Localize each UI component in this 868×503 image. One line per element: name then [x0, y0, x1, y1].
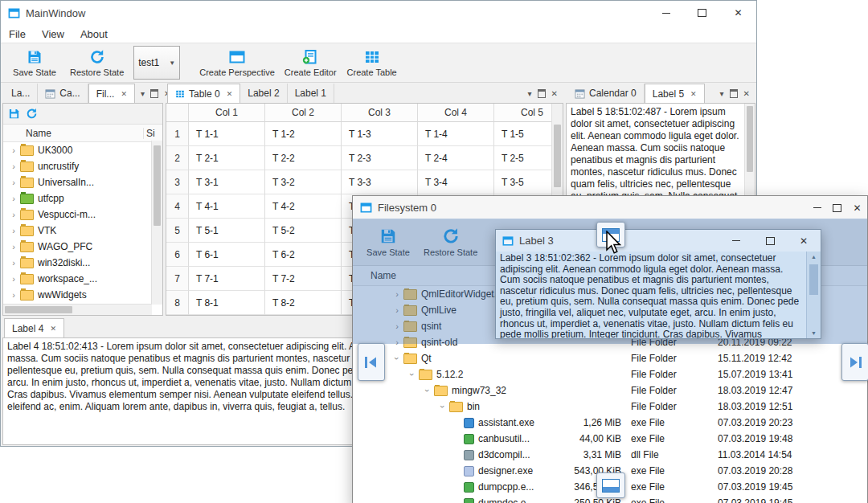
tree-item[interactable]: ›workspace_...	[3, 271, 162, 287]
table-cell[interactable]: T 3-4	[418, 170, 494, 194]
tab-menu-icon[interactable]: ▾	[528, 89, 532, 98]
chevron-collapsed-icon[interactable]: ›	[8, 178, 19, 187]
menu-file[interactable]: File	[1, 25, 34, 43]
maximize-button[interactable]	[827, 196, 847, 219]
main-titlebar[interactable]: MainWindow ✕	[1, 1, 756, 25]
table-cell[interactable]: T 3-1	[189, 170, 265, 194]
row-number[interactable]: 8	[166, 291, 189, 315]
tree-item[interactable]: ›win32diski...	[3, 255, 162, 271]
table-cell[interactable]: T 5-1	[189, 219, 265, 243]
save-icon[interactable]	[8, 108, 20, 120]
table-cell[interactable]: T 8-1	[189, 291, 265, 315]
tab-filesystem-1[interactable]: Fil... ✕	[88, 84, 135, 104]
chevron-collapsed-icon[interactable]: ›	[8, 145, 19, 155]
table-cell[interactable]: T 1-4	[418, 122, 494, 146]
fs-tree-row[interactable]: ›QtFile Folder15.11.2019 12:42	[353, 350, 867, 366]
dock-indicator-left[interactable]	[358, 343, 385, 381]
chevron-collapsed-icon[interactable]: ›	[8, 194, 19, 203]
chevron-collapsed-icon[interactable]: ›	[8, 290, 19, 300]
chevron-collapsed-icon[interactable]: ›	[8, 274, 19, 284]
tree-item[interactable]: ›WAGO_PFC	[3, 239, 162, 255]
perspective-combo[interactable]: test1 ▼	[133, 46, 180, 80]
fs-tree-row[interactable]: d3dcompil...3,31 MiBdll File11.03.2014 1…	[353, 447, 867, 463]
fs-tree-row[interactable]: ›5.12.2File Folder15.07.2019 13:41	[353, 366, 867, 382]
table-cell[interactable]: T 3-2	[265, 170, 342, 194]
maximize-button[interactable]	[684, 1, 720, 25]
chevron-expanded-icon[interactable]: ›	[392, 353, 402, 364]
scroll-down-icon[interactable]: ▼	[807, 330, 821, 336]
tree-item[interactable]: ›uncrustify	[3, 158, 162, 174]
close-button[interactable]: ✕	[847, 196, 867, 219]
tab-calendar-1[interactable]: Ca...	[38, 84, 88, 103]
tab-label-4[interactable]: Label 4 ✕	[4, 318, 64, 338]
close-icon[interactable]: ✕	[690, 90, 697, 98]
filesystem-titlebar[interactable]: Filesystem 0 ✕	[353, 196, 867, 219]
table-cell[interactable]: T 3-5	[494, 170, 552, 194]
minimize-button[interactable]	[719, 230, 753, 251]
chevron-collapsed-icon[interactable]: ›	[8, 242, 19, 251]
close-icon[interactable]: ✕	[121, 90, 127, 98]
detach-icon[interactable]	[538, 89, 546, 98]
tab-label-2[interactable]: Label 2	[240, 84, 287, 103]
row-number[interactable]: 7	[166, 267, 189, 291]
table-cell[interactable]: T 5-2	[265, 219, 342, 243]
tree-item[interactable]: ›wwWidgets	[3, 287, 162, 303]
label3-titlebar[interactable]: Label 3 ✕	[496, 230, 821, 251]
menu-view[interactable]: View	[34, 25, 72, 43]
close-icon[interactable]: ✕	[50, 325, 56, 333]
minimize-button[interactable]	[648, 1, 684, 25]
table-cell[interactable]: T 2-1	[189, 146, 265, 170]
table-cell[interactable]: T 7-1	[189, 267, 265, 291]
table-cell[interactable]: T 6-2	[265, 243, 342, 267]
column-header[interactable]: Col 1	[189, 104, 265, 122]
minimize-button[interactable]	[807, 196, 827, 219]
chevron-expanded-icon[interactable]: ›	[423, 385, 432, 396]
tab-table-0[interactable]: Table 0 ✕	[167, 84, 240, 104]
row-number[interactable]: 4	[166, 194, 189, 219]
tab-menu-icon[interactable]: ▾	[141, 89, 145, 98]
column-header[interactable]: Col 5	[494, 104, 552, 122]
table-cell[interactable]: T 7-2	[265, 267, 342, 291]
row-number[interactable]: 3	[166, 170, 189, 194]
row-number[interactable]: 2	[166, 146, 189, 170]
vertical-scrollbar[interactable]	[151, 141, 162, 305]
table-cell[interactable]: T 1-3	[342, 122, 418, 146]
tab-menu-icon[interactable]: ▾	[720, 89, 724, 98]
close-icon[interactable]: ✕	[743, 89, 750, 98]
fs-tree-row[interactable]: ›binFile Folder18.03.2019 12:51	[353, 399, 867, 415]
table-cell[interactable]: T 1-5	[494, 122, 552, 146]
column-header[interactable]: Col 3	[342, 104, 418, 122]
tab-calendar-0[interactable]: Calendar 0	[567, 84, 645, 103]
dock-indicator-bottom[interactable]	[596, 472, 625, 498]
table-cell[interactable]: T 2-4	[418, 146, 494, 170]
table-cell[interactable]: T 8-2	[265, 291, 342, 315]
chevron-expanded-icon[interactable]: ›	[438, 401, 448, 412]
close-icon[interactable]: ✕	[227, 90, 233, 98]
row-number[interactable]: 5	[166, 219, 189, 243]
save-state-button[interactable]: Save State	[4, 44, 65, 81]
chevron-collapsed-icon[interactable]: ›	[8, 226, 19, 235]
tree-item[interactable]: ›UniversalIn...	[3, 174, 162, 190]
restore-icon[interactable]	[26, 108, 38, 120]
detach-icon[interactable]	[150, 89, 158, 98]
create-perspective-button[interactable]: Create Perspective	[194, 44, 280, 81]
close-button[interactable]: ✕	[720, 1, 756, 25]
column-header[interactable]: Col 4	[418, 104, 494, 122]
row-number[interactable]: 1	[166, 122, 189, 146]
table-cell[interactable]: T 2-2	[265, 146, 342, 170]
horizontal-scrollbar[interactable]	[3, 304, 152, 315]
fs-tree-row[interactable]: ›mingw73_32File Folder18.03.2019 12:47	[353, 382, 867, 399]
table-cell[interactable]: T 1-2	[265, 122, 342, 146]
table-cell[interactable]: T 1-1	[189, 122, 265, 146]
scrollbar-thumb[interactable]	[809, 264, 818, 295]
fs-tree-row[interactable]: assistant.exe1,26 MiBexe File07.03.2019 …	[353, 415, 867, 431]
close-icon[interactable]: ✕	[551, 89, 558, 98]
dock-indicator-right[interactable]	[841, 343, 868, 381]
chevron-collapsed-icon[interactable]: ›	[8, 258, 19, 268]
scrollbar-thumb[interactable]	[747, 106, 753, 172]
tree-item[interactable]: ›utfcpp	[3, 190, 162, 207]
maximize-button[interactable]	[753, 230, 787, 251]
restore-state-button[interactable]: Restore State	[65, 44, 129, 81]
column-header[interactable]: Col 2	[265, 104, 342, 122]
scrollbar-thumb[interactable]	[5, 306, 72, 313]
